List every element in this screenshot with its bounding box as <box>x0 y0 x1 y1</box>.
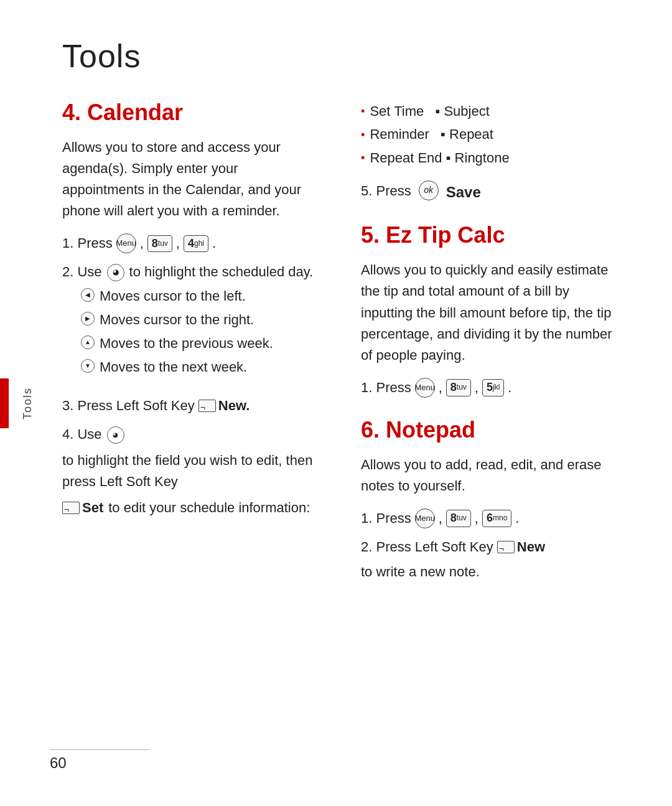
field-3-text: Repeat End ▪ Ringtone <box>370 146 509 169</box>
notepad-step-1-number: 1. Press <box>361 508 411 529</box>
bullet-right: ▶ Moves cursor to the right. <box>81 309 273 330</box>
calendar-heading: 4. Calendar <box>62 100 324 126</box>
step-4-text: to highlight the field you wish to edit,… <box>62 450 324 492</box>
key-8tuv: 8tuv <box>147 235 172 252</box>
calendar-step-3: 3. Press Left Soft Key New. <box>62 395 324 416</box>
calendar-step-2: 2. Use ◕ to highlight the scheduled day.… <box>62 261 324 387</box>
save-label: Save <box>446 180 481 204</box>
notepad-key-8tuv: 8tuv <box>446 510 471 527</box>
bullet-dot-2: ▪ <box>361 125 365 144</box>
right-column: ▪ Set Time ▪ Subject ▪ Reminder ▪ Repeat… <box>361 100 622 590</box>
nav-icon-4: ◕ <box>107 426 124 444</box>
field-item-3: ▪ Repeat End ▪ Ringtone <box>361 146 622 169</box>
bullet-down-text: Moves to the next week. <box>100 357 247 378</box>
menu-key: Menu <box>116 233 136 253</box>
bullet-circle-left: ◀ <box>81 288 95 302</box>
ez-key-5jkl: 5jkl <box>482 379 504 396</box>
cursor-moves-list: ◀ Moves cursor to the left. ▶ Moves curs… <box>81 286 273 380</box>
step-4-text2: to edit your schedule information: <box>108 497 310 518</box>
notepad-step-1: 1. Press Menu , 8tuv , 6mno . <box>361 508 622 529</box>
notepad-menu-key: Menu <box>415 508 435 528</box>
calendar-step-1: 1. Press Menu , 8tuv , 4ghi . <box>62 233 324 254</box>
bullet-right-text: Moves cursor to the right. <box>100 309 254 330</box>
notepad-heading: 6. Notepad <box>361 417 622 443</box>
page-container: Tools Tools 4. Calendar Allows you to st… <box>0 0 672 806</box>
ez-tip-section: 5. Ez Tip Calc Allows you to quickly and… <box>361 222 622 398</box>
soft-key-icon-3 <box>198 400 216 412</box>
ez-tip-heading: 5. Ez Tip Calc <box>361 222 622 248</box>
step-4-set: Set <box>82 497 103 518</box>
step-1-number: 1. Press <box>62 233 113 254</box>
field-item-1: ▪ Set Time ▪ Subject <box>361 100 622 123</box>
ez-comma-1: , <box>439 377 442 398</box>
calendar-step-4: 4. Use ◕ to highlight the field you wish… <box>62 424 324 518</box>
step-2-text: to highlight the scheduled day. <box>129 261 314 283</box>
calendar-description: Allows you to store and access your agen… <box>62 137 324 222</box>
notepad-soft-key-icon <box>497 541 515 553</box>
ez-tip-description: Allows you to quickly and easily estimat… <box>361 260 622 365</box>
bullet-up-text: Moves to the previous week. <box>100 333 273 354</box>
ez-tip-step-1: 1. Press Menu , 8tuv , 5jkl . <box>361 377 622 398</box>
notepad-step-2-text: to write a new note. <box>361 561 480 583</box>
bullet-dot-3: ▪ <box>361 148 365 167</box>
page-number: 60 <box>50 754 67 772</box>
bottom-line <box>50 749 149 751</box>
bullet-circle-down: ▼ <box>81 359 95 373</box>
ez-period: . <box>508 377 511 398</box>
calendar-section: 4. Calendar Allows you to store and acce… <box>62 100 324 518</box>
notepad-step-1-keys: Menu , 8tuv , 6mno . <box>415 508 520 529</box>
field-2-text: Reminder ▪ Repeat <box>370 123 493 146</box>
step-3-number: 3. Press Left Soft Key <box>62 395 195 416</box>
left-column: 4. Calendar Allows you to store and acce… <box>62 100 324 590</box>
calendar-fields-list: ▪ Set Time ▪ Subject ▪ Reminder ▪ Repeat… <box>361 100 622 169</box>
period-1: . <box>212 233 216 254</box>
sidebar-label: Tools <box>21 387 34 419</box>
ez-step-1-number: 1. Press <box>361 377 411 398</box>
notepad-period: . <box>515 508 519 529</box>
notepad-comma-2: , <box>475 508 478 529</box>
comma-1: , <box>140 233 144 254</box>
notepad-section: 6. Notepad Allows you to add, read, edit… <box>361 417 622 583</box>
step-2-number: 2. Use <box>62 261 102 283</box>
ez-menu-key: Menu <box>415 378 435 398</box>
page-title: Tools <box>62 37 622 75</box>
step-4-number: 4. Use <box>62 424 102 445</box>
notepad-step-2-new: New <box>517 537 545 558</box>
bullet-left-text: Moves cursor to the left. <box>100 286 246 307</box>
ez-step-1-keys: Menu , 8tuv , 5jkl . <box>415 377 512 398</box>
field-1-text: Set Time ▪ Subject <box>370 100 489 123</box>
ez-comma-2: , <box>475 377 478 398</box>
ez-key-8tuv: 8tuv <box>446 379 471 396</box>
comma-2: , <box>176 233 180 254</box>
press-ok-text: 5. Press <box>361 180 411 202</box>
key-4ghi: 4ghi <box>184 235 208 252</box>
notepad-step-2: 2. Press Left Soft Key New to write a ne… <box>361 537 622 583</box>
step-3-label: New. <box>218 395 250 416</box>
notepad-step-2-number: 2. Press Left Soft Key <box>361 537 493 558</box>
notepad-key-6mno: 6mno <box>482 510 511 527</box>
bullet-down: ▼ Moves to the next week. <box>81 357 273 378</box>
field-item-2: ▪ Reminder ▪ Repeat <box>361 123 622 146</box>
bullet-left: ◀ Moves cursor to the left. <box>81 286 273 307</box>
notepad-comma-1: , <box>439 508 442 529</box>
notepad-description: Allows you to add, read, edit, and erase… <box>361 454 622 497</box>
ok-key: ok <box>419 180 439 200</box>
nav-icon-2: ◕ <box>107 264 124 281</box>
bullet-dot-1: ▪ <box>361 101 365 121</box>
bullet-up: ▲ Moves to the previous week. <box>81 333 273 354</box>
press-ok-save: 5. Press ok Save <box>361 180 622 204</box>
bullet-circle-up: ▲ <box>81 335 95 349</box>
bullet-circle-right: ▶ <box>81 312 95 326</box>
red-bar <box>0 378 9 428</box>
soft-key-icon-4 <box>62 502 80 514</box>
step-1-keys: Menu , 8tuv , 4ghi . <box>116 233 216 254</box>
main-content: 4. Calendar Allows you to store and acce… <box>62 100 622 590</box>
